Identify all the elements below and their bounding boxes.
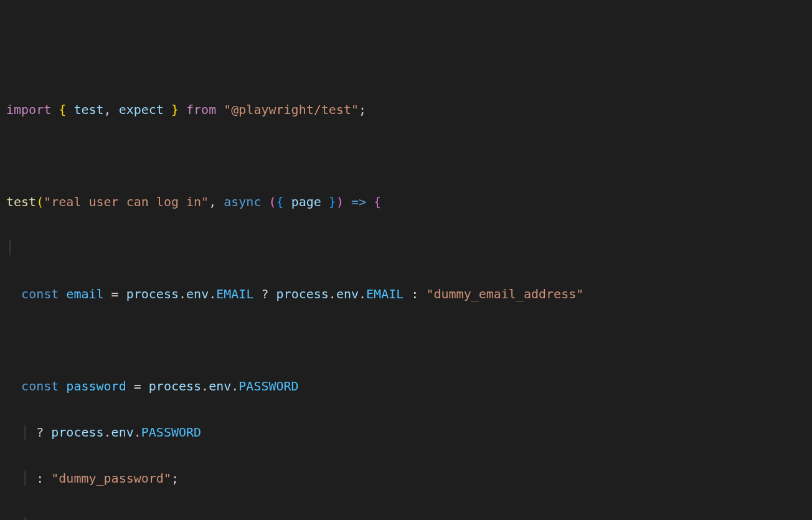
code-line-3: test("real user can log in", async ({ pa…: [6, 191, 806, 214]
code-line-2: [6, 144, 806, 168]
code-line-7: const password = process.env.PASSWORD: [6, 375, 806, 398]
code-line-4: │: [6, 237, 806, 260]
code-line-1: import { test, expect } from "@playwrigh…: [6, 98, 806, 121]
code-line-6: [6, 329, 806, 352]
code-line-9: │ : "dummy_password";: [6, 467, 806, 490]
code-line-5: const email = process.env.EMAIL ? proces…: [6, 283, 806, 306]
code-editor[interactable]: import { test, expect } from "@playwrigh…: [6, 98, 806, 520]
code-line-8: │ ? process.env.PASSWORD: [6, 421, 806, 444]
code-line-10: │: [6, 513, 806, 520]
